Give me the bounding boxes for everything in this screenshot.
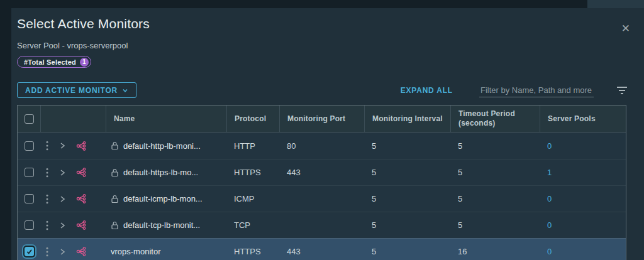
kebab-menu-icon[interactable] [46, 141, 48, 151]
add-active-monitor-button[interactable]: ADD ACTIVE MONITOR [17, 82, 136, 98]
header-protocol: Protocol [226, 106, 279, 132]
port-cell: 443 [279, 239, 364, 260]
row-checkbox-cell [18, 186, 40, 212]
row-actions-cell [40, 239, 106, 260]
protocol-cell: TCP [226, 212, 279, 238]
monitor-name[interactable]: default-https-lb-mo... [123, 168, 198, 177]
timeout-cell: 5 [450, 212, 540, 238]
table-row[interactable]: vrops-monitor HTTPS 443 5 16 0 [18, 238, 626, 260]
row-checkbox[interactable] [25, 141, 34, 151]
page-title: Select Active Monitors [17, 16, 644, 31]
badge-label: #Total Selected [24, 58, 76, 66]
monitor-name[interactable]: default-http-lb-moni... [123, 141, 201, 151]
timeout-cell: 5 [450, 133, 540, 159]
lock-icon [111, 141, 119, 150]
row-name-cell: default-icmp-lb-mon... [106, 186, 226, 212]
port-cell [279, 212, 364, 238]
server-pools-link[interactable]: 0 [540, 212, 626, 238]
expand-chevron-icon[interactable] [58, 248, 66, 256]
header-timeout-period: Timeout Period (seconds) [450, 106, 540, 132]
row-actions-cell [40, 212, 106, 238]
monitor-topology-icon [76, 220, 87, 230]
interval-cell: 5 [364, 133, 450, 159]
protocol-cell: ICMP [226, 186, 279, 212]
toolbar-right: EXPAND ALL [401, 84, 635, 97]
kebab-menu-icon[interactable] [46, 247, 48, 257]
monitor-topology-icon [76, 141, 87, 151]
add-active-monitor-label: ADD ACTIVE MONITOR [25, 86, 118, 95]
monitor-name[interactable]: default-tcp-lb-monit... [123, 220, 200, 230]
kebab-menu-icon[interactable] [46, 194, 48, 204]
monitor-name[interactable]: vrops-monitor [111, 247, 160, 256]
monitor-name[interactable]: default-icmp-lb-mon... [123, 194, 203, 203]
total-selected-badge: #Total Selected 1 [17, 56, 91, 68]
row-name-cell: vrops-monitor [106, 239, 226, 260]
header-server-pools: Server Pools [540, 106, 626, 132]
table-header: Name Protocol Monitoring Port Monitoring… [18, 106, 626, 133]
select-active-monitors-dialog: ✕ Select Active Monitors Server Pool - v… [11, 8, 644, 260]
expand-chevron-icon[interactable] [58, 222, 66, 229]
lock-icon [111, 168, 119, 177]
server-pools-link[interactable]: 0 [540, 133, 626, 159]
close-icon[interactable]: ✕ [621, 23, 630, 34]
interval-cell: 5 [364, 212, 450, 238]
kebab-menu-icon[interactable] [46, 220, 48, 230]
header-monitoring-interval: Monitoring Interval [364, 106, 450, 132]
header-checkbox-cell [18, 106, 40, 132]
row-checkbox[interactable] [25, 247, 34, 256]
row-checkbox-cell [18, 133, 40, 159]
table-row[interactable]: default-http-lb-moni... HTTP 80 5 5 0 [18, 133, 626, 159]
monitor-topology-icon [76, 193, 87, 204]
row-checkbox-cell [18, 160, 40, 185]
checkmark-icon [26, 248, 33, 255]
server-pools-link[interactable]: 1 [540, 160, 626, 185]
lock-icon [111, 221, 119, 230]
protocol-cell: HTTPS [226, 160, 279, 185]
table-row[interactable]: default-https-lb-mo... HTTPS 443 5 5 1 [18, 159, 626, 185]
protocol-cell: HTTP [226, 133, 279, 159]
select-all-checkbox[interactable] [25, 114, 34, 124]
expand-chevron-icon[interactable] [58, 169, 66, 176]
dialog-subtitle: Server Pool - vrops-serverpool [17, 41, 644, 50]
protocol-cell: HTTPS [226, 239, 279, 260]
expand-chevron-icon[interactable] [58, 142, 66, 149]
header-monitoring-port: Monitoring Port [279, 106, 364, 132]
port-cell [279, 186, 364, 212]
row-name-cell: default-https-lb-mo... [106, 160, 226, 185]
timeout-cell: 16 [450, 239, 540, 260]
header-name: Name [106, 106, 226, 132]
toolbar: ADD ACTIVE MONITOR EXPAND ALL [17, 82, 635, 98]
port-cell: 80 [279, 133, 364, 159]
port-cell: 443 [279, 160, 364, 185]
row-checkbox-cell [18, 212, 40, 238]
timeout-cell: 5 [450, 160, 540, 185]
lock-icon [111, 195, 119, 203]
timeout-cell: 5 [450, 186, 540, 212]
table-row[interactable]: default-icmp-lb-mon... ICMP 5 5 0 [18, 185, 626, 212]
interval-cell: 5 [364, 239, 450, 260]
interval-cell: 5 [364, 160, 450, 185]
monitor-topology-icon [76, 167, 87, 178]
table-body: default-http-lb-moni... HTTP 80 5 5 0 [18, 133, 626, 260]
filter-input[interactable] [479, 84, 594, 97]
interval-cell: 5 [364, 186, 450, 212]
server-pools-link[interactable]: 0 [540, 239, 626, 260]
row-actions-cell [40, 133, 106, 159]
header-actions-cell [40, 106, 106, 132]
row-actions-cell [40, 160, 106, 185]
row-checkbox-cell [18, 239, 40, 260]
monitor-topology-icon [76, 246, 87, 257]
expand-chevron-icon[interactable] [58, 195, 66, 203]
row-checkbox[interactable] [25, 168, 34, 177]
kebab-menu-icon[interactable] [46, 168, 48, 178]
expand-all-button[interactable]: EXPAND ALL [401, 86, 453, 95]
table-row[interactable]: default-tcp-lb-monit... TCP 5 5 0 [18, 212, 626, 238]
badge-count: 1 [80, 58, 89, 67]
row-name-cell: default-http-lb-moni... [106, 133, 226, 159]
filter-icon[interactable] [616, 86, 628, 95]
row-name-cell: default-tcp-lb-monit... [106, 212, 226, 238]
server-pools-link[interactable]: 0 [540, 186, 626, 212]
row-checkbox[interactable] [25, 220, 34, 230]
monitors-table: Name Protocol Monitoring Port Monitoring… [17, 105, 626, 260]
row-checkbox[interactable] [25, 194, 34, 203]
